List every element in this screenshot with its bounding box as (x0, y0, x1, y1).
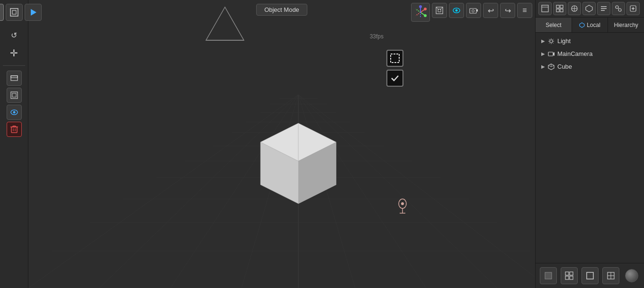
svg-rect-5 (11, 76, 18, 81)
svg-rect-77 (556, 9, 559, 12)
frame-button[interactable] (7, 88, 22, 103)
visibility-button[interactable] (449, 3, 464, 18)
svg-point-62 (419, 5, 422, 8)
bottom-icon-4[interactable] (602, 267, 619, 284)
svg-rect-3 (12, 10, 16, 14)
viewport-top-right-icons: ↩ ↪ ≡ (411, 3, 532, 22)
svg-rect-75 (556, 5, 559, 8)
svg-rect-2 (10, 9, 18, 16)
right-icon-7[interactable] (626, 2, 640, 15)
move-button[interactable]: ✛ (7, 45, 22, 61)
svg-rect-114 (587, 272, 593, 279)
eye-button[interactable] (7, 105, 22, 120)
app-icon[interactable] (0, 4, 4, 21)
delete-button[interactable] (7, 122, 22, 137)
cube-label: Cube (557, 63, 572, 70)
layers-button[interactable] (7, 71, 22, 86)
svg-rect-8 (12, 93, 16, 97)
select-button[interactable]: Select (536, 18, 572, 32)
svg-rect-7 (11, 92, 18, 99)
svg-line-57 (416, 9, 420, 12)
refresh-button[interactable]: ↺ (7, 27, 22, 43)
right-bottom-bar (536, 263, 644, 288)
svg-point-51 (401, 202, 404, 205)
svg-line-64 (436, 7, 439, 10)
confirm-button[interactable] (386, 70, 403, 87)
menu-icon: ≡ (522, 6, 527, 15)
redo-button[interactable]: ↪ (500, 3, 515, 18)
svg-rect-72 (391, 54, 399, 63)
hierarchy-item-light[interactable]: ▶ Light (536, 35, 644, 47)
camera-icon (548, 51, 555, 57)
svg-point-71 (472, 10, 474, 12)
local-button[interactable]: Local (572, 18, 608, 32)
viewport[interactable]: Object Mode (28, 0, 535, 288)
hierarchy-item-cube[interactable]: ▶ Cube (536, 60, 644, 73)
right-icon-2[interactable] (553, 2, 566, 15)
fps-counter: 33fps (370, 33, 384, 40)
bottom-icon-1[interactable] (540, 267, 557, 284)
svg-point-10 (13, 111, 15, 114)
svg-point-60 (424, 8, 427, 10)
perspective-button[interactable] (432, 3, 447, 18)
cube-icon (548, 63, 555, 70)
left-toolbar: ↺ ✛ (0, 0, 28, 288)
hierarchy-item-maincamera[interactable]: ▶ MainCamera (536, 47, 644, 60)
light-arrow: ▶ (541, 38, 545, 44)
hierarchy-button[interactable]: Hierarchy (608, 18, 644, 32)
svg-rect-78 (560, 9, 563, 12)
right-icon-6[interactable] (612, 2, 625, 15)
tool-group-objects (0, 71, 28, 137)
grid-svg (28, 0, 535, 288)
svg-rect-111 (570, 272, 573, 275)
svg-rect-110 (565, 272, 569, 275)
svg-line-88 (618, 8, 619, 9)
camera-arrow: ▶ (541, 51, 545, 56)
right-icon-5[interactable] (597, 2, 610, 15)
svg-rect-76 (560, 5, 563, 8)
svg-point-61 (424, 14, 427, 17)
move-icon: ✛ (10, 47, 18, 59)
bottom-icon-3[interactable] (581, 267, 599, 284)
svg-rect-11 (11, 127, 17, 133)
axis-gizmo-button[interactable] (411, 3, 430, 22)
right-top-bar (536, 0, 644, 18)
play-icon[interactable] (25, 4, 42, 21)
svg-line-65 (440, 7, 443, 10)
camera-label: MainCamera (557, 50, 592, 57)
right-icon-3[interactable] (568, 2, 581, 15)
object-icon[interactable] (6, 4, 23, 21)
svg-line-55 (416, 12, 420, 16)
local-icon (579, 22, 585, 28)
svg-point-68 (456, 9, 458, 12)
rect-select-button[interactable] (386, 50, 403, 67)
right-panel: Select Local Hierarchy ▶ (535, 0, 644, 288)
svg-line-107 (551, 65, 554, 67)
bottom-icon-2[interactable] (561, 267, 578, 284)
undo-button[interactable]: ↩ (483, 3, 498, 18)
right-icon-1[interactable] (538, 2, 552, 15)
selection-icons (386, 50, 403, 87)
svg-rect-6 (11, 76, 18, 78)
right-icon-4[interactable] (582, 2, 596, 15)
svg-line-101 (549, 43, 550, 44)
mode-selector[interactable]: Object Mode (256, 4, 307, 16)
light-label: Light (557, 37, 571, 45)
svg-marker-4 (31, 9, 36, 16)
svg-rect-73 (542, 5, 548, 12)
svg-marker-92 (580, 23, 584, 27)
svg-line-98 (549, 39, 550, 40)
svg-rect-102 (548, 52, 553, 56)
svg-line-100 (553, 39, 554, 40)
light-icon (548, 38, 555, 45)
svg-rect-112 (565, 276, 569, 279)
refresh-icon: ↺ (11, 31, 17, 40)
menu-button[interactable]: ≡ (517, 3, 532, 18)
hierarchy-list: ▶ Light ▶ (536, 33, 644, 263)
local-label: Local (587, 22, 600, 28)
svg-marker-82 (586, 5, 592, 12)
svg-line-99 (553, 43, 554, 44)
sphere-render-button[interactable] (623, 267, 640, 284)
sphere-icon (625, 269, 638, 282)
camera-button[interactable] (466, 3, 481, 18)
